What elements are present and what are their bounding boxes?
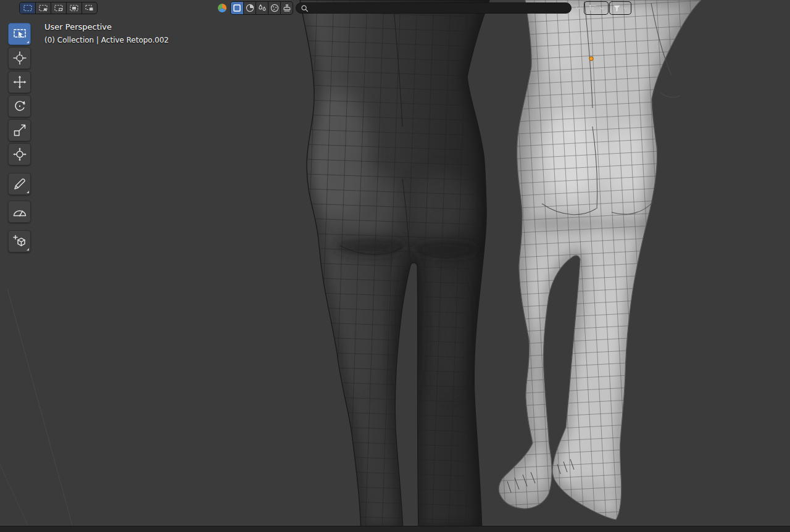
- perspective-label: User Perspective: [44, 22, 168, 31]
- editor-type-button[interactable]: [215, 2, 229, 14]
- measure-protractor-icon: [12, 204, 27, 219]
- search-options-button[interactable]: [573, 4, 582, 12]
- search-icon: [301, 4, 309, 12]
- pie-circle-icon: [245, 3, 255, 13]
- chevron-down-icon: [575, 5, 581, 12]
- annotate-pen-icon: [12, 177, 27, 191]
- display-mode-group: [231, 2, 293, 14]
- display-options-button[interactable]: [584, 2, 608, 14]
- chevron-down-icon: [599, 6, 605, 11]
- chevron-down-icon: [623, 6, 628, 11]
- transform-gizmo-icon: [12, 147, 27, 162]
- collection-label: (0) Collection | Active Retopo.002: [44, 36, 168, 44]
- add-cube-icon: [12, 234, 27, 249]
- crosshair-cursor-icon: [12, 51, 27, 65]
- dashed-square-intersect-icon: [85, 3, 94, 13]
- move-arrows-icon: [12, 75, 27, 89]
- display-mode-pie-button[interactable]: [243, 2, 256, 14]
- dotted-sphere-icon: [270, 3, 280, 13]
- object-origin-dot[interactable]: [589, 57, 593, 60]
- droplets-icon: [257, 3, 267, 13]
- select-box-tool-button[interactable]: [8, 23, 31, 45]
- display-mode-solid-button[interactable]: [231, 2, 243, 14]
- tool-shelf: [8, 23, 31, 252]
- scale-icon: [12, 123, 27, 138]
- rotate-arrow-icon: [12, 99, 27, 114]
- search-field[interactable]: [296, 2, 572, 14]
- display-mode-stamp-button[interactable]: [280, 2, 293, 14]
- cursor-tool-button[interactable]: [8, 47, 31, 69]
- viewport-overlay-text: User Perspective (0) Collection | Active…: [44, 22, 168, 44]
- select-mode-invert-button[interactable]: [66, 2, 81, 14]
- stamp-icon: [282, 3, 292, 13]
- select-mode-subtract-button[interactable]: [51, 2, 66, 14]
- dashed-square-minus-icon: [54, 3, 64, 13]
- dashed-square-plus-icon: [38, 3, 48, 13]
- dashed-square-invert-icon: [69, 3, 79, 13]
- search-input[interactable]: [312, 3, 567, 13]
- select-box-icon: [12, 27, 27, 41]
- scale-tool-button[interactable]: [8, 119, 31, 141]
- transform-tool-button[interactable]: [8, 143, 31, 165]
- select-mode-group: [20, 2, 97, 14]
- measure-tool-button[interactable]: [8, 201, 31, 223]
- select-mode-intersect-button[interactable]: [81, 2, 97, 14]
- select-mode-new-button[interactable]: [20, 2, 35, 14]
- display-mode-texture-button[interactable]: [268, 2, 280, 14]
- add-cube-tool-button[interactable]: [8, 230, 31, 252]
- dashed-square-icon: [23, 3, 33, 13]
- editor-divider[interactable]: [0, 526, 790, 532]
- filter-button[interactable]: [610, 2, 631, 14]
- viewport-canvas[interactable]: [0, 0, 790, 532]
- square-icon: [232, 3, 242, 13]
- multicolor-ball-icon: [217, 2, 228, 14]
- move-tool-button[interactable]: [8, 71, 31, 93]
- filter-funnel-icon: [612, 4, 622, 13]
- select-mode-extend-button[interactable]: [35, 2, 51, 14]
- rotate-tool-button[interactable]: [8, 95, 31, 117]
- list-tree-icon: [588, 3, 598, 13]
- display-mode-paint-button[interactable]: [256, 2, 268, 14]
- annotate-tool-button[interactable]: [8, 173, 31, 195]
